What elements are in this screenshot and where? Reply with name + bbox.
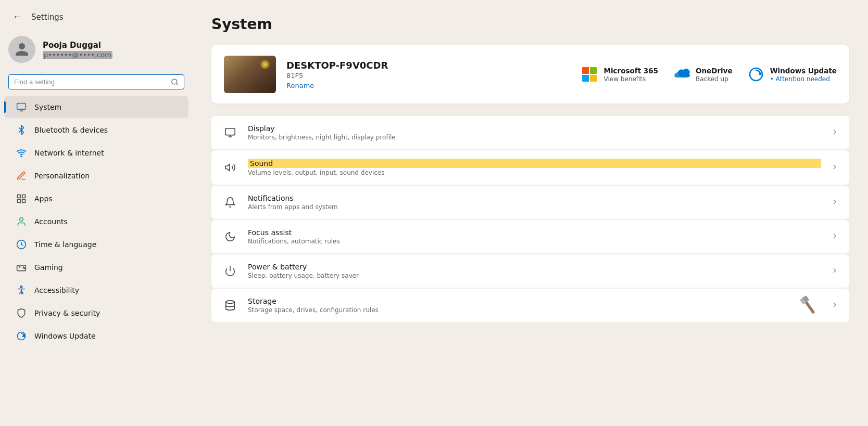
- sidebar-item-gaming[interactable]: Gaming: [4, 256, 188, 278]
- onedrive-sub: Backed up: [696, 75, 733, 83]
- service-winupdate[interactable]: Windows Update Attention needed: [747, 66, 837, 83]
- storage-title: Storage: [248, 297, 821, 305]
- sidebar-item-bluetooth[interactable]: Bluetooth & devices: [4, 119, 188, 141]
- sidebar-item-time[interactable]: Time & language: [4, 234, 188, 255]
- focus-desc: Notifications, automatic rules: [248, 238, 821, 245]
- svg-point-10: [20, 218, 23, 222]
- winupdate-name: Windows Update: [770, 67, 837, 75]
- storage-chevron: [831, 301, 839, 311]
- search-input[interactable]: [14, 78, 167, 86]
- svg-point-5: [21, 156, 22, 157]
- svg-rect-20: [225, 128, 235, 135]
- settings-item-display[interactable]: DisplayMonitors, brightness, night light…: [211, 116, 849, 149]
- sound-title: Sound: [248, 159, 821, 168]
- notifications-title: Notifications: [248, 194, 821, 202]
- settings-item-power[interactable]: Power & batterySleep, battery usage, bat…: [211, 254, 849, 288]
- sidebar-item-label-bluetooth: Bluetooth & devices: [34, 126, 108, 134]
- search-container: [0, 71, 193, 96]
- sidebar-item-privacy[interactable]: Privacy & security: [4, 302, 188, 324]
- sound-icon: [222, 159, 238, 176]
- power-text: Power & batterySleep, battery usage, bat…: [248, 263, 821, 279]
- sidebar-item-accounts[interactable]: Accounts: [4, 211, 188, 233]
- power-chevron: [831, 266, 839, 276]
- main-content: System DESKTOP-F9V0CDR 81F5 Rename: [193, 0, 868, 426]
- bluetooth-icon: [16, 124, 27, 136]
- service-onedrive[interactable]: OneDrive Backed up: [673, 66, 733, 83]
- nav-items: SystemBluetooth & devicesNetwork & inter…: [0, 96, 193, 347]
- svg-rect-9: [22, 200, 26, 203]
- device-id: 81F5: [286, 72, 570, 80]
- onedrive-text: OneDrive Backed up: [696, 67, 733, 83]
- focus-icon: [222, 228, 238, 245]
- search-icon: [171, 78, 179, 86]
- settings-item-focus[interactable]: Focus assistNotifications, automatic rul…: [211, 220, 849, 253]
- display-desc: Monitors, brightness, night light, displ…: [248, 134, 821, 141]
- ms365-sub: View benefits: [603, 75, 658, 83]
- avatar: [8, 36, 35, 63]
- user-icon: [14, 42, 30, 57]
- notifications-desc: Alerts from apps and system: [248, 203, 821, 211]
- onedrive-icon: [673, 66, 690, 83]
- sidebar-item-network[interactable]: Network & internet: [4, 142, 188, 164]
- device-thumbnail: [224, 56, 276, 93]
- page-title: System: [211, 16, 849, 33]
- svg-rect-27: [805, 301, 815, 314]
- sidebar-item-label-apps: Apps: [34, 195, 53, 203]
- service-ms365[interactable]: Microsoft 365 View benefits: [581, 66, 658, 83]
- device-info: DESKTOP-F9V0CDR 81F5 Rename: [286, 60, 570, 89]
- storage-icon: [222, 297, 238, 314]
- ms365-name: Microsoft 365: [603, 67, 658, 75]
- notifications-text: NotificationsAlerts from apps and system: [248, 194, 821, 211]
- sidebar-item-label-personalization: Personalization: [34, 172, 90, 180]
- sidebar-top: ← Settings: [0, 0, 193, 30]
- personalization-icon: [16, 170, 27, 182]
- sidebar-item-apps[interactable]: Apps: [4, 188, 188, 210]
- settings-item-storage[interactable]: StorageStorage space, drives, configurat…: [211, 289, 849, 322]
- time-icon: [16, 239, 27, 250]
- sidebar-item-label-privacy: Privacy & security: [34, 309, 100, 317]
- svg-point-14: [24, 268, 25, 269]
- svg-point-15: [20, 286, 22, 288]
- sound-chevron: [831, 163, 839, 173]
- svg-point-25: [226, 301, 235, 304]
- sidebar-item-label-system: System: [34, 103, 61, 111]
- sidebar-item-label-accessibility: Accessibility: [34, 286, 79, 294]
- focus-text: Focus assistNotifications, automatic rul…: [248, 228, 821, 245]
- sidebar-item-label-time: Time & language: [34, 240, 96, 249]
- sidebar-item-personalization[interactable]: Personalization: [4, 165, 188, 187]
- user-name: Pooja Duggal: [43, 41, 112, 50]
- display-icon: [222, 124, 238, 141]
- settings-item-notifications[interactable]: NotificationsAlerts from apps and system: [211, 186, 849, 219]
- notifications-chevron: [831, 198, 839, 208]
- sidebar-item-update[interactable]: Windows Update: [4, 325, 188, 347]
- user-info: Pooja Duggal p••••••@••••.com: [43, 41, 112, 59]
- rename-link[interactable]: Rename: [286, 82, 314, 89]
- gaming-icon: [16, 262, 27, 273]
- notifications-icon: [222, 194, 238, 211]
- focus-title: Focus assist: [248, 228, 821, 237]
- device-card: DESKTOP-F9V0CDR 81F5 Rename Microsoft 36…: [211, 45, 849, 104]
- sidebar-item-label-network: Network & internet: [34, 149, 104, 157]
- device-name: DESKTOP-F9V0CDR: [286, 60, 570, 71]
- ms365-icon: [581, 66, 598, 83]
- user-section[interactable]: Pooja Duggal p••••••@••••.com: [0, 30, 193, 71]
- network-icon: [16, 147, 27, 159]
- sidebar: ← Settings Pooja Duggal p••••••@••••.com…: [0, 0, 193, 426]
- power-desc: Sleep, battery usage, battery saver: [248, 272, 821, 279]
- sidebar-item-label-update: Windows Update: [34, 332, 96, 340]
- winupdate-icon: [747, 66, 765, 83]
- back-button[interactable]: ←: [8, 9, 26, 24]
- svg-rect-8: [18, 200, 21, 203]
- storage-desc: Storage space, drives, configuration rul…: [248, 306, 821, 314]
- update-icon: [16, 330, 27, 342]
- settings-item-sound[interactable]: SoundVolume levels, output, input, sound…: [211, 150, 849, 185]
- sidebar-item-system[interactable]: System: [4, 96, 188, 118]
- winupdate-sub: Attention needed: [770, 75, 837, 83]
- onedrive-name: OneDrive: [696, 67, 733, 75]
- sidebar-item-accessibility[interactable]: Accessibility: [4, 279, 188, 301]
- accounts-icon: [16, 216, 27, 227]
- sound-text: SoundVolume levels, output, input, sound…: [248, 159, 821, 176]
- search-box: [8, 74, 184, 89]
- focus-chevron: [831, 232, 839, 242]
- svg-line-1: [176, 83, 178, 85]
